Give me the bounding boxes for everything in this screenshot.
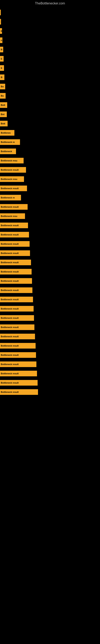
result-bar: Bottleneck resu — [0, 158, 24, 164]
bar-row: E — [0, 26, 100, 36]
result-bar: | — [0, 10, 1, 15]
bar-row: Bott — [0, 100, 100, 110]
bar-row: Bottleneck resu — [0, 156, 100, 165]
result-bar: B — [0, 74, 4, 80]
result-bar: Bottleneck result — [0, 371, 37, 376]
bar-row: Bottleneck re — [0, 193, 100, 202]
result-bar: Bottleneck result — [0, 343, 36, 348]
result-bar: Bot — [0, 112, 7, 117]
bar-row: E — [0, 54, 100, 63]
result-bar: Bottleneck result — [0, 380, 38, 386]
result-bar: Bottleneck result — [0, 232, 29, 238]
result-bar: Bottleneck result — [0, 288, 32, 293]
result-bar: E — [0, 56, 3, 62]
result-bar: Bottleneck result — [0, 204, 28, 210]
bar-row: Bottleneck result — [0, 221, 100, 230]
bar-row: | — [0, 17, 100, 26]
result-bar: Bottleneck result — [0, 222, 28, 228]
bar-row: Bot — [0, 110, 100, 119]
result-bar: Bottleneck resu — [0, 213, 25, 219]
bar-row: Bott — [0, 119, 100, 128]
result-bar: E — [0, 28, 2, 34]
bar-row: Bottleneck resu — [0, 212, 100, 220]
bar-row: Bottleneck result — [0, 341, 100, 350]
bar-row: Bottleneck resu — [0, 175, 100, 184]
bars-container: ||EnBEEBBoBoBottBotBottBottlenecBottlene… — [0, 6, 100, 397]
bar-row: Bottleneck result — [0, 286, 100, 295]
bar-row: Bottleneck result — [0, 276, 100, 285]
result-bar: B — [0, 47, 3, 52]
bar-row: Bottleneck result — [0, 350, 100, 360]
bar-row: B — [0, 45, 100, 54]
result-bar: Bottleneck result — [0, 250, 30, 256]
result-bar: Bottleneck re — [0, 139, 20, 145]
bar-row: Bottleneck result — [0, 378, 100, 387]
bar-row: Bottlenec — [0, 128, 100, 137]
bar-row: B — [0, 73, 100, 82]
result-bar: Bottleneck result — [0, 306, 34, 312]
bar-row: Bottleneck result — [0, 369, 100, 378]
bar-row: Bottleneck result — [0, 388, 100, 396]
result-bar: Bott — [0, 121, 8, 126]
site-title: TheBottlenecker.com — [0, 0, 100, 6]
result-bar: Bott — [0, 102, 7, 108]
result-bar: Bottleneck re — [0, 195, 21, 200]
result-bar: Bo — [0, 93, 6, 98]
result-bar: Bottlenec — [0, 130, 14, 136]
bar-row: E — [0, 64, 100, 72]
bar-row: Bottleneck result — [0, 258, 100, 267]
result-bar: Bottleneck result — [0, 278, 32, 284]
bar-row: Bottleneck result — [0, 202, 100, 211]
bar-row: Bottleneck result — [0, 332, 100, 341]
result-bar: Bottleneck result — [0, 260, 31, 265]
bar-row: Bottleneck result — [0, 323, 100, 332]
bar-row: Bottleneck result — [0, 230, 100, 239]
result-bar: Bottleneck result — [0, 315, 34, 321]
result-bar: Bottleneck result — [0, 167, 26, 173]
result-bar: Bottleneck result — [0, 241, 30, 247]
bar-row: Bottleneck re — [0, 138, 100, 146]
bar-row: n — [0, 36, 100, 45]
bar-row: | — [0, 8, 100, 17]
bar-row: Bottleneck result — [0, 184, 100, 193]
result-bar: E — [0, 65, 4, 71]
result-bar: n — [0, 38, 2, 43]
bar-row: Bottleneck result — [0, 240, 100, 248]
result-bar: Bottleneck result — [0, 297, 33, 302]
result-bar: Bottleneck resu — [0, 176, 24, 182]
result-bar: | — [0, 19, 1, 24]
result-bar: Bottleneck result — [0, 334, 35, 339]
result-bar: Bottleneck result — [0, 352, 36, 358]
result-bar: Bottleneck result — [0, 389, 38, 395]
bar-row: Bottleneck result — [0, 304, 100, 313]
bar-row: Bottleneck result — [0, 267, 100, 276]
bar-row: Bottleneck result — [0, 360, 100, 369]
bar-row: Bottleneck result — [0, 314, 100, 322]
bar-row: Bottleneck result — [0, 249, 100, 258]
bar-row: Bo — [0, 91, 100, 100]
bar-row: Bottleneck result — [0, 295, 100, 304]
bar-row: Bottleneck result — [0, 166, 100, 174]
result-bar: Bottleneck result — [0, 186, 27, 191]
bar-row: Bottleneck — [0, 147, 100, 156]
result-bar: Bottleneck result — [0, 269, 32, 274]
result-bar: Bottleneck result — [0, 324, 34, 330]
bar-row: Bo — [0, 82, 100, 91]
result-bar: Bottleneck — [0, 148, 16, 154]
result-bar: Bottleneck result — [0, 362, 36, 367]
result-bar: Bo — [0, 84, 5, 89]
